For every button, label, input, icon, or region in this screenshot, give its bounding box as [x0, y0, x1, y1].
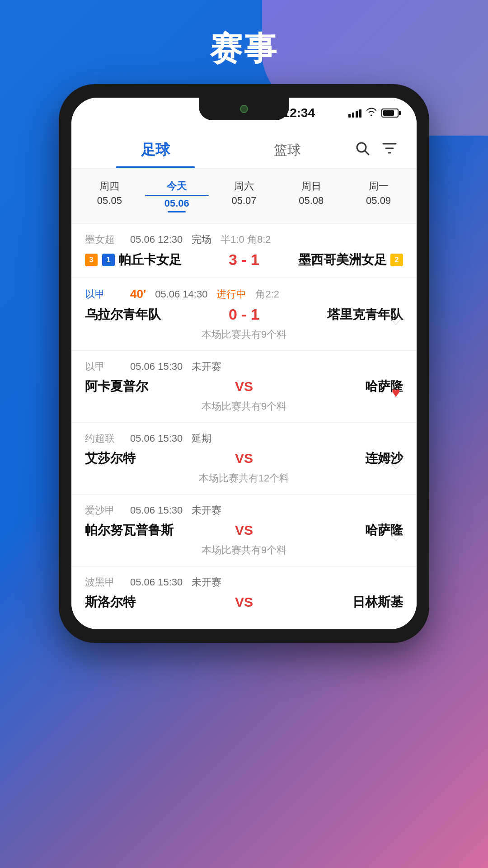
table-row[interactable]: 以甲 40′ 05.06 14:30 进行中 角2:2 乌拉尔青年队 0 - 1 [71, 278, 417, 351]
match-teams: 帕尔努瓦普鲁斯 VS 哈萨隆 [85, 522, 403, 539]
favorite-button[interactable]: ♥ [386, 382, 406, 402]
team-right: 墨西哥美洲女足 2 [268, 251, 403, 269]
app-content: 足球 篮球 [71, 124, 417, 629]
page-title: 赛事 [0, 27, 488, 71]
badge-rank: 1 [102, 254, 115, 266]
table-row[interactable]: 以甲 05.06 15:30 未开赛 阿卡夏普尔 VS 哈萨隆 [71, 351, 417, 423]
heart-empty-icon: ♡ [389, 595, 403, 612]
team-right: 塔里克青年队 [268, 306, 403, 323]
signal-icon [348, 108, 361, 118]
vs-area: VS [226, 451, 262, 466]
team-left: 艾莎尔特 [85, 450, 226, 467]
table-row[interactable]: 波黑甲 05.06 15:30 未开赛 斯洛尔特 VS 日林斯基 [71, 566, 417, 629]
heart-empty-icon: ♡ [389, 311, 403, 329]
filter-icon [381, 140, 398, 156]
badge-right: 2 [390, 254, 403, 266]
team-left: 帕尔努瓦普鲁斯 [85, 522, 226, 539]
match-teams: 3 1 帕丘卡女足 3 - 1 墨西哥美洲女足 2 [85, 251, 403, 269]
nav-icons [353, 139, 399, 162]
battery-icon [381, 108, 399, 118]
table-row[interactable]: 爱沙甲 05.06 15:30 未开赛 帕尔努瓦普鲁斯 VS 哈萨隆 [71, 495, 417, 566]
match-tip: 本场比赛共有9个料 [85, 328, 403, 341]
table-row[interactable]: 约超联 05.06 15:30 延期 艾莎尔特 VS 连姆沙 [71, 423, 417, 495]
team-right: 哈萨隆 [262, 378, 403, 395]
team-left: 斯洛尔特 [85, 594, 226, 611]
date-tab-sat[interactable]: 周六 05.07 [211, 176, 278, 216]
match-tip: 本场比赛共有12个料 [85, 472, 403, 485]
vs-area: VS [226, 379, 262, 394]
score-area: 0 - 1 [220, 306, 268, 323]
date-tab-thu[interactable]: 周四 05.05 [76, 176, 143, 216]
date-tab-today[interactable]: 今天 05.06 [143, 176, 211, 216]
match-teams: 斯洛尔特 VS 日林斯基 [85, 594, 403, 611]
heart-empty-icon: ♡ [389, 528, 403, 545]
favorite-button[interactable]: ♡ [386, 594, 406, 613]
phone-screen: 12:34 [71, 98, 417, 629]
team-left: 3 1 帕丘卡女足 [85, 251, 220, 269]
match-meta: 爱沙甲 05.06 15:30 未开赛 [85, 504, 403, 517]
match-meta: 波黑甲 05.06 15:30 未开赛 [85, 576, 403, 589]
match-meta: 约超联 05.06 15:30 延期 [85, 432, 403, 445]
vs-area: VS [226, 523, 262, 538]
match-tip: 本场比赛共有9个料 [85, 543, 403, 557]
status-icons [348, 107, 399, 119]
table-row[interactable]: 墨女超 05.06 12:30 完场 半1:0 角8:2 3 1 帕丘卡女足 3… [71, 224, 417, 278]
search-icon [354, 140, 371, 156]
date-tabs: 周四 05.05 今天 05.06 周六 05.07 周日 05.08 周 [71, 169, 417, 224]
team-left: 阿卡夏普尔 [85, 378, 226, 395]
tab-football[interactable]: 足球 [89, 133, 221, 168]
badge-left: 3 [85, 254, 98, 266]
phone-frame: 12:34 [59, 84, 429, 643]
date-tab-mon[interactable]: 周一 05.09 [345, 176, 412, 216]
filter-button[interactable] [380, 139, 399, 157]
match-list: 墨女超 05.06 12:30 完场 半1:0 角8:2 3 1 帕丘卡女足 3… [71, 224, 417, 629]
team-right: 日林斯基 [262, 594, 403, 611]
match-teams: 阿卡夏普尔 VS 哈萨隆 [85, 378, 403, 395]
top-nav: 足球 篮球 [71, 124, 417, 169]
match-tip: 本场比赛共有9个料 [85, 400, 403, 413]
score-area: 3 - 1 [220, 251, 268, 269]
notch [199, 98, 289, 120]
match-teams: 乌拉尔青年队 0 - 1 塔里克青年队 [85, 306, 403, 323]
team-left: 乌拉尔青年队 [85, 306, 220, 323]
search-button[interactable] [353, 139, 371, 157]
vs-area: VS [226, 594, 262, 610]
svg-line-1 [365, 151, 369, 155]
team-right: 连姆沙 [262, 450, 403, 467]
heart-empty-icon: ♡ [389, 456, 403, 473]
favorite-button[interactable]: ♡ [386, 454, 406, 474]
team-right: 哈萨隆 [262, 522, 403, 539]
date-tab-sun[interactable]: 周日 05.08 [277, 176, 345, 216]
match-meta: 以甲 05.06 15:30 未开赛 [85, 360, 403, 373]
match-meta: 以甲 40′ 05.06 14:30 进行中 角2:2 [85, 287, 403, 301]
wifi-icon [366, 107, 377, 119]
active-date-indicator [168, 211, 186, 212]
favorite-button[interactable]: ♡ [386, 526, 406, 546]
page-title-area: 赛事 [0, 0, 488, 84]
match-teams: 艾莎尔特 VS 连姆沙 [85, 450, 403, 467]
favorite-button[interactable]: ♡ [386, 310, 406, 330]
heart-filled-icon: ♥ [392, 384, 400, 401]
camera [240, 105, 248, 113]
match-meta: 墨女超 05.06 12:30 完场 半1:0 角8:2 [85, 233, 403, 246]
tab-basketball[interactable]: 篮球 [221, 134, 353, 168]
